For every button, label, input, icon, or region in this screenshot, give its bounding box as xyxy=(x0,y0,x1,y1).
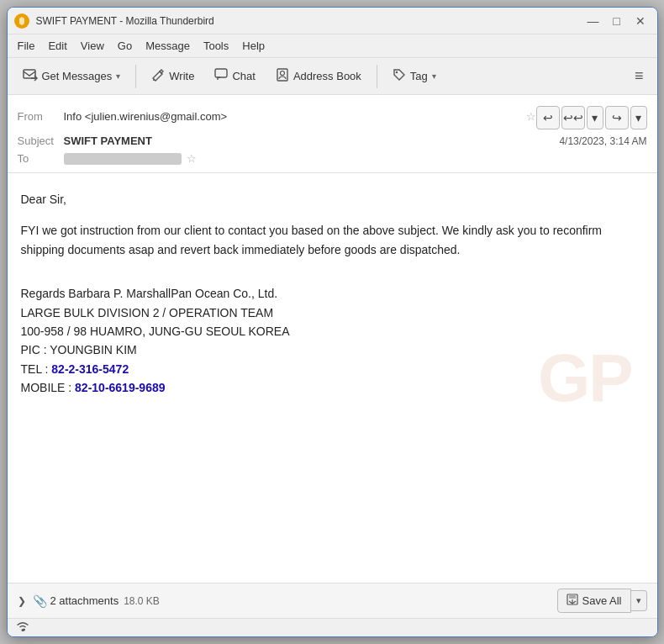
chat-button[interactable]: Chat xyxy=(206,64,263,89)
tel-label: TEL : xyxy=(21,362,52,376)
write-label: Write xyxy=(169,70,194,82)
save-all-label: Save All xyxy=(582,594,622,607)
from-label: From xyxy=(18,110,64,123)
regards-line: Regards Barbara P. MarshallPan Ocean Co.… xyxy=(21,284,644,303)
greeting: Dear Sir, xyxy=(21,190,644,209)
attachments-size: 18.0 KB xyxy=(124,595,160,607)
tag-label: Tag xyxy=(410,70,428,82)
maximize-button[interactable]: □ xyxy=(607,11,627,31)
subject-label: Subject xyxy=(18,135,64,147)
save-all-button[interactable]: Save All xyxy=(557,589,631,613)
window-controls: — □ ✕ xyxy=(583,11,651,31)
svg-rect-3 xyxy=(215,69,227,77)
toolbar-sep-1 xyxy=(135,65,136,88)
close-button[interactable]: ✕ xyxy=(630,11,651,31)
subject-value: SWIFT PAYMENT xyxy=(64,135,560,147)
from-star-icon[interactable]: ☆ xyxy=(526,110,536,123)
to-label: To xyxy=(18,152,64,165)
email-header: From Info <julien.wirenius@gmail.com> ☆ … xyxy=(8,95,657,173)
email-body: GP Dear Sir, FYI we got instruction from… xyxy=(8,173,657,583)
menubar: File Edit View Go Message Tools Help xyxy=(8,34,657,58)
from-value: Info <julien.wirenius@gmail.com> xyxy=(64,110,521,123)
pic-line: PIC : YOUNGBIN KIM xyxy=(21,340,644,359)
minimize-button[interactable]: — xyxy=(583,11,603,31)
svg-point-10 xyxy=(21,629,24,631)
wifi-icon xyxy=(14,620,31,636)
reply-button[interactable]: ↩ xyxy=(536,106,560,129)
chat-label: Chat xyxy=(232,70,255,82)
get-messages-icon xyxy=(23,67,38,86)
address-book-icon xyxy=(276,68,289,85)
tel-line: TEL : 82-2-316-5472 xyxy=(21,360,644,378)
statusbar xyxy=(8,618,657,636)
to-value-blurred xyxy=(64,153,182,165)
menu-file[interactable]: File xyxy=(11,37,42,55)
mobile-link[interactable]: 82-10-6619-9689 xyxy=(75,381,165,394)
mobile-line: MOBILE : 82-10-6619-9689 xyxy=(21,378,644,397)
menu-go[interactable]: Go xyxy=(111,37,139,55)
get-messages-arrow[interactable]: ▾ xyxy=(116,71,120,81)
address-line: 100-958 / 98 HUAMRO, JUNG-GU SEOUL KOREA xyxy=(21,322,644,340)
menu-tools[interactable]: Tools xyxy=(197,37,235,55)
body-paragraph: FYI we got instruction from our client t… xyxy=(21,221,644,259)
attachments-expand-icon[interactable]: ❯ xyxy=(18,595,26,607)
write-button[interactable]: Write xyxy=(143,64,203,89)
reply-dropdown-button[interactable]: ▾ xyxy=(587,106,603,129)
email-date: 4/13/2023, 3:14 AM xyxy=(559,135,646,147)
get-messages-label: Get Messages xyxy=(42,70,113,82)
reply-all-button[interactable]: ↩↩ xyxy=(561,106,585,129)
forward-button[interactable]: ↪ xyxy=(605,106,629,129)
tag-icon xyxy=(393,68,406,85)
hamburger-menu-button[interactable]: ≡ xyxy=(628,63,651,89)
window-title: SWIFT PAYMENT - Mozilla Thunderbird xyxy=(36,15,583,27)
mobile-label: MOBILE : xyxy=(21,381,76,394)
save-icon xyxy=(567,594,578,608)
main-window: SWIFT PAYMENT - Mozilla Thunderbird — □ … xyxy=(7,7,658,637)
tag-arrow[interactable]: ▾ xyxy=(432,71,436,81)
attachments-bar: ❯ 📎 2 attachments 18.0 KB Save All ▾ xyxy=(8,583,657,618)
menu-view[interactable]: View xyxy=(74,37,111,55)
svg-point-6 xyxy=(396,71,398,72)
svg-rect-8 xyxy=(569,594,576,599)
toolbar: Get Messages ▾ Write Chat xyxy=(8,58,657,95)
svg-rect-1 xyxy=(24,70,35,78)
to-row: To ☆ xyxy=(18,150,647,167)
paperclip-icon: 📎 xyxy=(33,594,47,608)
menu-message[interactable]: Message xyxy=(139,37,197,55)
from-row: From Info <julien.wirenius@gmail.com> ☆ … xyxy=(18,100,647,132)
address-book-label: Address Book xyxy=(293,70,361,82)
tel-link[interactable]: 82-2-316-5472 xyxy=(51,362,129,376)
app-icon xyxy=(14,13,29,29)
attachments-count: 2 attachments xyxy=(50,594,119,607)
write-icon xyxy=(151,68,165,85)
titlebar: SWIFT PAYMENT - Mozilla Thunderbird — □ … xyxy=(8,8,657,34)
forward-dropdown-button[interactable]: ▾ xyxy=(630,106,647,129)
tag-button[interactable]: Tag ▾ xyxy=(384,64,445,89)
subject-row: Subject SWIFT PAYMENT 4/13/2023, 3:14 AM xyxy=(18,132,647,150)
address-book-button[interactable]: Address Book xyxy=(267,64,370,89)
get-messages-button[interactable]: Get Messages ▾ xyxy=(14,63,129,90)
division-line: LARGE BULK DIVISION 2 / OPERATION TEAM xyxy=(21,304,644,322)
toolbar-sep-2 xyxy=(377,65,377,88)
menu-help[interactable]: Help xyxy=(235,37,271,55)
nav-arrows: ↩ ↩↩ ▾ ↪ ▾ xyxy=(536,103,647,129)
save-all-dropdown-button[interactable]: ▾ xyxy=(631,590,647,611)
chat-icon xyxy=(214,68,228,85)
svg-point-5 xyxy=(280,71,284,75)
menu-edit[interactable]: Edit xyxy=(41,37,73,55)
to-star-icon[interactable]: ☆ xyxy=(187,152,197,165)
